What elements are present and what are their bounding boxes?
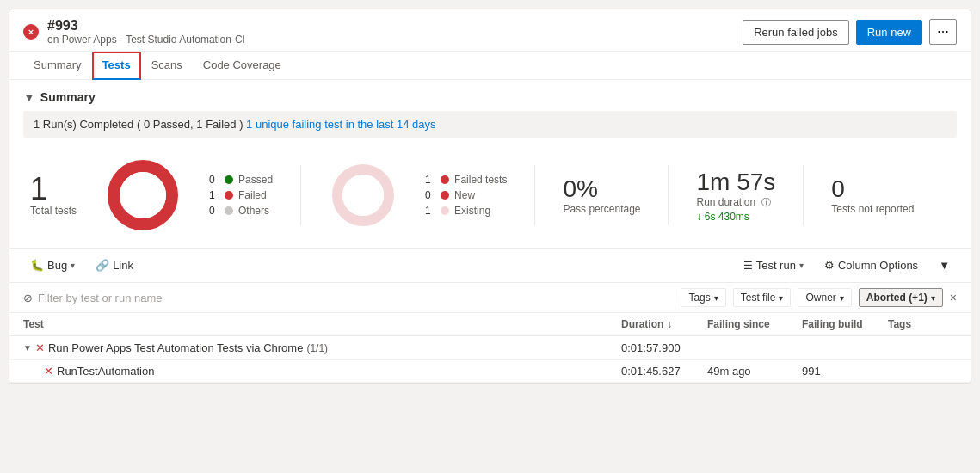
- more-options-button[interactable]: ⋯: [929, 19, 957, 45]
- subrow-failing-build: 991: [802, 365, 888, 378]
- stats-row: 1 Total tests 0 Passed: [23, 148, 957, 248]
- close-icon[interactable]: ×: [23, 24, 39, 40]
- existing-dot: [441, 206, 449, 215]
- summary-banner: 1 Run(s) Completed ( 0 Passed, 1 Failed …: [23, 111, 957, 138]
- owner-filter[interactable]: Owner ▾: [798, 288, 851, 307]
- toolbar: 🐛 Bug ▾ 🔗 Link ☰ Test run ▾ ⚙ Column Opt…: [9, 248, 971, 283]
- legend-new: 0 New: [425, 189, 507, 201]
- legend-failed-tests: 1 Failed tests: [425, 174, 507, 186]
- tags-dropdown-icon: ▾: [714, 293, 718, 303]
- clear-filter-button[interactable]: ×: [950, 291, 957, 304]
- stat-divider-2: [534, 165, 535, 225]
- col-header-failing-since: Failing since: [707, 318, 802, 330]
- pink-donut-chart: [329, 161, 398, 230]
- subrow-failing-since: 49m ago: [707, 365, 802, 378]
- col-header-duration[interactable]: Duration ↓: [621, 318, 707, 330]
- toolbar-left: 🐛 Bug ▾ 🔗 Link: [23, 255, 140, 275]
- run-new-button[interactable]: Run new: [856, 20, 922, 45]
- test-file-filter[interactable]: Test file ▾: [733, 288, 792, 307]
- not-reported-label: Tests not reported: [831, 203, 914, 215]
- total-tests-stat: 1 Total tests: [30, 174, 77, 217]
- summary-section: ▼ Summary 1 Run(s) Completed ( 0 Passed,…: [9, 80, 971, 248]
- svg-point-1: [120, 172, 166, 218]
- column-options-icon: ⚙: [824, 259, 835, 272]
- subrow-duration: 0:01:45.627: [621, 365, 707, 378]
- header: × #993 on Power Apps - Test Studio Autom…: [9, 9, 971, 52]
- owner-dropdown-icon: ▾: [840, 293, 844, 303]
- stat-divider-3: [668, 165, 669, 225]
- tab-summary[interactable]: Summary: [23, 52, 92, 80]
- pass-percentage-stat: 0% Pass percentage: [563, 175, 640, 215]
- stat-divider-4: [803, 165, 804, 225]
- others-dot: [225, 206, 233, 215]
- bug-dropdown-icon: ▾: [71, 261, 75, 270]
- tabs-bar: Summary Tests Scans Code Coverage: [9, 52, 971, 80]
- run-duration-stat: 1m 57s Run duration ⓘ ↓ 6s 430ms: [696, 169, 775, 223]
- test-run-dropdown-icon: ▾: [799, 261, 804, 270]
- row-test-name: ▼ ✕ Run Power Apps Test Automation Tests…: [23, 341, 621, 354]
- aborted-dropdown-icon: ▾: [931, 293, 935, 303]
- filter-button[interactable]: ▼: [932, 255, 957, 275]
- col-header-tags: Tags: [888, 318, 957, 330]
- fail-icon: ✕: [35, 341, 45, 354]
- total-tests-count: 1: [30, 174, 47, 205]
- new-dot: [441, 191, 449, 200]
- test-run-button[interactable]: ☰ Test run ▾: [737, 255, 811, 275]
- legend-passed: 0 Passed: [209, 174, 273, 186]
- col-header-test: Test: [23, 318, 621, 330]
- failed-dot: [225, 191, 233, 200]
- filter-right: Tags ▾ Test file ▾ Owner ▾ Aborted (+1) …: [681, 288, 957, 307]
- total-tests-label: Total tests: [30, 205, 77, 217]
- test-file-dropdown-icon: ▾: [779, 293, 783, 303]
- tab-tests[interactable]: Tests: [92, 52, 141, 80]
- filter-funnel-icon: ▼: [939, 259, 950, 272]
- legend-failed: 1 Failed: [209, 189, 273, 201]
- run-duration-label: Run duration ⓘ: [696, 196, 775, 209]
- pass-percentage-label: Pass percentage: [563, 203, 640, 215]
- aborted-filter[interactable]: Aborted (+1) ▾: [859, 288, 943, 307]
- link-icon: 🔗: [96, 259, 109, 272]
- legend-existing: 1 Existing: [425, 205, 507, 217]
- run-duration-info-icon: ⓘ: [761, 197, 771, 207]
- col-header-failing-build: Failing build: [802, 318, 888, 330]
- table-header: Test Duration ↓ Failing since Failing bu…: [9, 313, 971, 336]
- tab-code-coverage[interactable]: Code Coverage: [193, 52, 292, 80]
- filter-bar: ⊘ Filter by test or run name Tags ▾ Test…: [9, 283, 971, 313]
- build-subtitle: on Power Apps - Test Studio Automation-C…: [47, 34, 245, 46]
- failed-legend: 1 Failed tests 0 New 1 Existing: [425, 174, 507, 217]
- failed-tests-dot: [441, 175, 449, 184]
- main-container: × #993 on Power Apps - Test Studio Autom…: [9, 9, 971, 384]
- tab-scans[interactable]: Scans: [141, 52, 193, 80]
- toolbar-right: ☰ Test run ▾ ⚙ Column Options ▼: [737, 255, 957, 275]
- test-run-icon: ☰: [743, 260, 753, 272]
- tags-filter[interactable]: Tags ▾: [681, 288, 725, 307]
- subrow-test-name: ✕ RunTestAutomation: [44, 365, 621, 378]
- legend-others: 0 Others: [209, 205, 273, 217]
- column-options-button[interactable]: ⚙ Column Options: [817, 255, 925, 275]
- stat-divider-1: [300, 165, 301, 225]
- filter-icon: ⊘: [23, 292, 33, 304]
- run-duration-value: 1m 57s: [696, 169, 775, 196]
- pass-percentage-value: 0%: [563, 175, 640, 203]
- header-title-section: #993 on Power Apps - Test Studio Automat…: [47, 18, 245, 46]
- build-number: #993: [47, 18, 245, 34]
- run-duration-sub: ↓ 6s 430ms: [696, 211, 775, 223]
- header-left: × #993 on Power Apps - Test Studio Autom…: [23, 18, 245, 46]
- summary-title: ▼ Summary: [23, 90, 957, 104]
- expand-icon[interactable]: ▼: [23, 343, 32, 353]
- close-filter-icon: ×: [950, 291, 957, 304]
- collapse-icon[interactable]: ▼: [23, 90, 35, 104]
- main-donut-chart: [104, 157, 182, 234]
- table-row[interactable]: ▼ ✕ Run Power Apps Test Automation Tests…: [9, 336, 971, 360]
- table-row[interactable]: ✕ RunTestAutomation 0:01:45.627 49m ago …: [9, 360, 971, 383]
- row-duration: 0:01:57.900: [621, 341, 707, 354]
- failing-test-link[interactable]: 1 unique failing test in the last 14 day…: [246, 118, 435, 131]
- more-icon: ⋯: [937, 25, 949, 39]
- not-reported-value: 0: [831, 175, 914, 203]
- bug-icon: 🐛: [30, 259, 44, 272]
- fail-icon-sub: ✕: [44, 365, 53, 378]
- rerun-failed-jobs-button[interactable]: Rerun failed jobs: [743, 20, 849, 45]
- bug-button[interactable]: 🐛 Bug ▾: [23, 255, 82, 275]
- link-button[interactable]: 🔗 Link: [89, 255, 140, 275]
- filter-left: ⊘ Filter by test or run name: [23, 292, 163, 304]
